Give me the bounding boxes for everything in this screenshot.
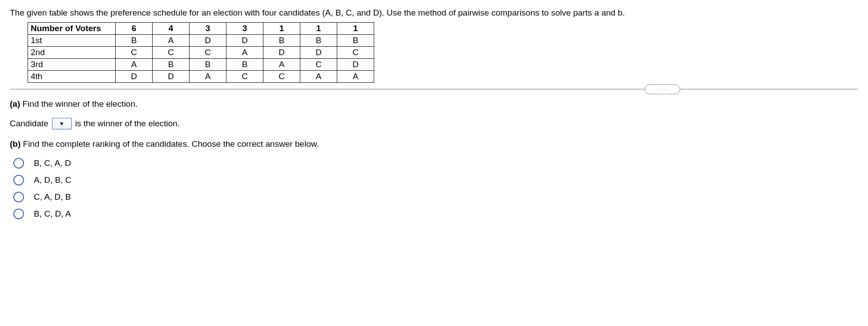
candidate-dropdown[interactable]: ▼ <box>52 118 72 129</box>
problem-intro: The given table shows the preference sch… <box>10 8 858 18</box>
voter-count: 3 <box>190 23 226 35</box>
voter-count: 6 <box>116 23 153 35</box>
table-cell: B <box>263 35 300 47</box>
table-cell: A <box>300 71 337 83</box>
answer-suffix: is the winner of the election. <box>75 119 180 129</box>
table-cell: C <box>116 47 153 59</box>
table-cell: B <box>116 35 153 47</box>
table-cell: A <box>337 71 374 83</box>
option-label: B, C, A, D <box>34 158 71 168</box>
voter-count: 1 <box>263 23 300 35</box>
part-a-label: (a) <box>10 99 20 109</box>
option-label: B, C, D, A <box>34 209 71 219</box>
table-cell: B <box>226 59 263 71</box>
voter-count: 1 <box>337 23 374 35</box>
option-row: A, D, B, C <box>13 175 858 185</box>
radio-option-2[interactable] <box>13 175 24 185</box>
voter-count: 4 <box>153 23 190 35</box>
table-cell: D <box>190 35 226 47</box>
radio-option-4[interactable] <box>13 209 24 219</box>
option-label: A, D, B, C <box>34 175 71 185</box>
table-cell: D <box>337 59 374 71</box>
part-a-text: Find the winner of the election. <box>23 99 138 109</box>
table-cell: C <box>263 71 300 83</box>
options-group: B, C, A, D A, D, B, C C, A, D, B B, C, D… <box>13 158 858 219</box>
option-row: B, C, D, A <box>13 209 858 219</box>
chevron-down-icon: ▼ <box>59 121 65 127</box>
row-label: 3rd <box>28 59 116 71</box>
voter-count: 3 <box>226 23 263 35</box>
table-cell: C <box>300 59 337 71</box>
radio-option-3[interactable] <box>13 192 24 202</box>
table-cell: D <box>226 35 263 47</box>
table-cell: B <box>337 35 374 47</box>
table-cell: C <box>190 47 226 59</box>
divider <box>10 89 858 89</box>
voter-count: 1 <box>300 23 337 35</box>
table-cell: D <box>300 47 337 59</box>
table-cell: D <box>153 71 190 83</box>
part-b-text: Find the complete ranking of the candida… <box>23 139 319 149</box>
option-row: C, A, D, B <box>13 192 858 202</box>
preference-table: Number of Voters 6 4 3 3 1 1 1 1st B A D… <box>28 22 374 83</box>
row-label: 2nd <box>28 47 116 59</box>
radio-option-1[interactable] <box>13 158 24 169</box>
row-label: 1st <box>28 35 116 47</box>
table-cell: C <box>226 71 263 83</box>
table-cell: A <box>116 59 153 71</box>
table-cell: D <box>116 71 153 83</box>
table-cell: C <box>337 47 374 59</box>
part-b: (b) Find the complete ranking of the can… <box>10 139 858 149</box>
table-cell: B <box>190 59 226 71</box>
table-cell: B <box>153 59 190 71</box>
part-a: (a) Find the winner of the election. <box>10 99 858 109</box>
row-label: 4th <box>28 71 116 83</box>
part-b-label: (b) <box>10 139 20 149</box>
table-cell: D <box>263 47 300 59</box>
table-cell: A <box>226 47 263 59</box>
table-cell: C <box>153 47 190 59</box>
table-cell: A <box>190 71 226 83</box>
table-cell: B <box>300 35 337 47</box>
option-row: B, C, A, D <box>13 158 858 169</box>
expand-pill[interactable]: ····· <box>645 85 680 94</box>
option-label: C, A, D, B <box>34 192 71 202</box>
table-cell: A <box>153 35 190 47</box>
table-header-label: Number of Voters <box>28 23 116 35</box>
answer-prefix: Candidate <box>10 119 48 129</box>
table-cell: A <box>263 59 300 71</box>
